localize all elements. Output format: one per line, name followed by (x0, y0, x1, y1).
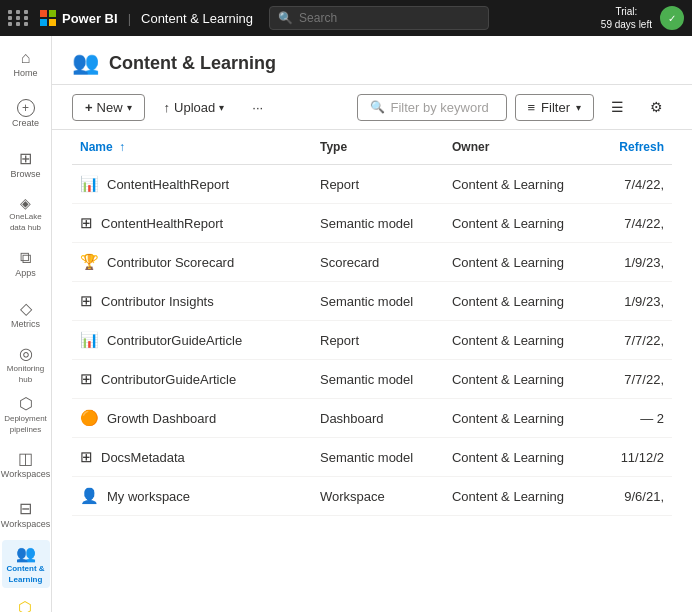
metrics-icon: ◇ (20, 299, 32, 318)
name-column-header[interactable]: Name ↑ (72, 130, 312, 165)
settings-icon: ⚙ (650, 99, 663, 115)
deployment-icon: ⬡ (19, 394, 33, 413)
table-row[interactable]: 📊ContentHealthReportReportContent & Lear… (72, 165, 672, 204)
powerbi-icon: ⬡ (18, 598, 32, 612)
item-type: Semantic model (312, 204, 444, 243)
sidebar-item-monitoring[interactable]: ◎ Monitoring hub (2, 340, 50, 388)
item-type: Workspace (312, 477, 444, 516)
new-button[interactable]: + New ▾ (72, 94, 145, 121)
table-header-row: Name ↑ Type Owner Refresh (72, 130, 672, 165)
item-name: ContentHealthReport (101, 216, 223, 231)
sidebar-item-workspaces[interactable]: ⊟ Workspaces (2, 490, 50, 538)
table-row[interactable]: ⊞ContentHealthReportSemantic modelConten… (72, 204, 672, 243)
create-icon: + (17, 99, 35, 117)
sidebar-item-deployment[interactable]: ⬡ Deployment pipelines (2, 390, 50, 438)
apps-icon: ⧉ (20, 249, 31, 267)
content-table-container: Name ↑ Type Owner Refresh 📊ContentHealth… (52, 130, 692, 612)
sidebar-item-create[interactable]: + Create (2, 90, 50, 138)
layout-button[interactable]: ☰ (602, 93, 633, 121)
item-type-icon: 📊 (80, 175, 99, 193)
item-type-icon: 🟠 (80, 409, 99, 427)
upload-icon: ↑ (164, 100, 171, 115)
item-owner: Content & Learning (444, 360, 599, 399)
item-owner: Content & Learning (444, 438, 599, 477)
sidebar-item-learn[interactable]: ◫ Workspaces (2, 440, 50, 488)
sidebar-item-apps[interactable]: ⧉ Apps (2, 240, 50, 288)
item-name: Growth Dashboard (107, 411, 216, 426)
workspaces-icon: ⊟ (19, 499, 32, 518)
monitoring-icon: ◎ (19, 344, 33, 363)
item-type: Dashboard (312, 399, 444, 438)
table-row[interactable]: 👤My workspaceWorkspaceContent & Learning… (72, 477, 672, 516)
item-type-icon: ⊞ (80, 448, 93, 466)
search-input[interactable] (299, 11, 480, 25)
item-owner: Content & Learning (444, 243, 599, 282)
learn-icon: ◫ (18, 449, 33, 468)
more-button[interactable]: ··· (243, 94, 272, 121)
apps-grid-icon[interactable] (8, 10, 30, 26)
type-column-header[interactable]: Type (312, 130, 444, 165)
item-type: Semantic model (312, 360, 444, 399)
settings-button[interactable]: ⚙ (641, 93, 672, 121)
item-refresh: 1/9/23, (599, 282, 672, 321)
item-refresh: — 2 (599, 399, 672, 438)
sidebar: ⌂ Home + Create ⊞ Browse ◈ OneLake data … (0, 36, 52, 612)
main-content: 👥 Content & Learning + New ▾ ↑ Upload ▾ … (52, 36, 692, 612)
content-table: Name ↑ Type Owner Refresh 📊ContentHealth… (72, 130, 672, 516)
microsoft-logo (40, 10, 56, 26)
owner-column-header[interactable]: Owner (444, 130, 599, 165)
filter-button[interactable]: ≡ Filter ▾ (515, 94, 594, 121)
filter-keyword-input[interactable]: 🔍 Filter by keyword (357, 94, 507, 121)
item-refresh: 11/12/2 (599, 438, 672, 477)
sidebar-item-content-learning[interactable]: 👥 Content & Learning (2, 540, 50, 588)
item-type: Report (312, 321, 444, 360)
separator: | (128, 11, 131, 26)
refresh-column-header[interactable]: Refresh (599, 130, 672, 165)
new-chevron-icon: ▾ (127, 102, 132, 113)
item-type: Semantic model (312, 282, 444, 321)
table-row[interactable]: 📊ContributorGuideArticleReportContent & … (72, 321, 672, 360)
trial-badge: Trial: 59 days left (601, 5, 652, 31)
item-name: Contributor Insights (101, 294, 214, 309)
table-body: 📊ContentHealthReportReportContent & Lear… (72, 165, 672, 516)
table-row[interactable]: ⊞DocsMetadataSemantic modelContent & Lea… (72, 438, 672, 477)
search-box[interactable]: 🔍 (269, 6, 489, 30)
table-row[interactable]: 🟠Growth DashboardDashboardContent & Lear… (72, 399, 672, 438)
item-name: ContributorGuideArticle (107, 333, 242, 348)
item-name: ContentHealthReport (107, 177, 229, 192)
more-icon: ··· (252, 100, 263, 115)
browse-icon: ⊞ (19, 149, 32, 168)
layout-icon: ☰ (611, 99, 624, 115)
plus-icon: + (85, 100, 93, 115)
item-refresh: 9/6/21, (599, 477, 672, 516)
sidebar-item-browse[interactable]: ⊞ Browse (2, 140, 50, 188)
sidebar-powerbi-bottom[interactable]: ⬡ Power BI (3, 590, 48, 612)
content-learning-icon: 👥 (16, 544, 36, 563)
filter-search-icon: 🔍 (370, 100, 385, 114)
sidebar-item-metrics[interactable]: ◇ Metrics (2, 290, 50, 338)
filter-chevron-icon: ▾ (576, 102, 581, 113)
page-header: 👥 Content & Learning (52, 36, 692, 85)
item-type-icon: 👤 (80, 487, 99, 505)
table-row[interactable]: 🏆Contributor ScorecardScorecardContent &… (72, 243, 672, 282)
table-row[interactable]: ⊞ContributorGuideArticleSemantic modelCo… (72, 360, 672, 399)
item-owner: Content & Learning (444, 321, 599, 360)
item-refresh: 7/7/22, (599, 321, 672, 360)
item-refresh: 1/9/23, (599, 243, 672, 282)
item-type-icon: 📊 (80, 331, 99, 349)
table-row[interactable]: ⊞Contributor InsightsSemantic modelConte… (72, 282, 672, 321)
filter-icon: ≡ (528, 100, 536, 115)
upload-chevron-icon: ▾ (219, 102, 224, 113)
item-name: Contributor Scorecard (107, 255, 234, 270)
sidebar-item-home[interactable]: ⌂ Home (2, 40, 50, 88)
item-refresh: 7/7/22, (599, 360, 672, 399)
user-avatar[interactable]: ✓ (660, 6, 684, 30)
brand-area: Power BI | Content & Learning (40, 10, 253, 26)
item-owner: Content & Learning (444, 477, 599, 516)
item-owner: Content & Learning (444, 165, 599, 204)
workspace-name-topnav[interactable]: Content & Learning (141, 11, 253, 26)
sidebar-item-onelake[interactable]: ◈ OneLake data hub (2, 190, 50, 238)
item-type: Report (312, 165, 444, 204)
upload-button[interactable]: ↑ Upload ▾ (153, 94, 236, 121)
item-type-icon: 🏆 (80, 253, 99, 271)
